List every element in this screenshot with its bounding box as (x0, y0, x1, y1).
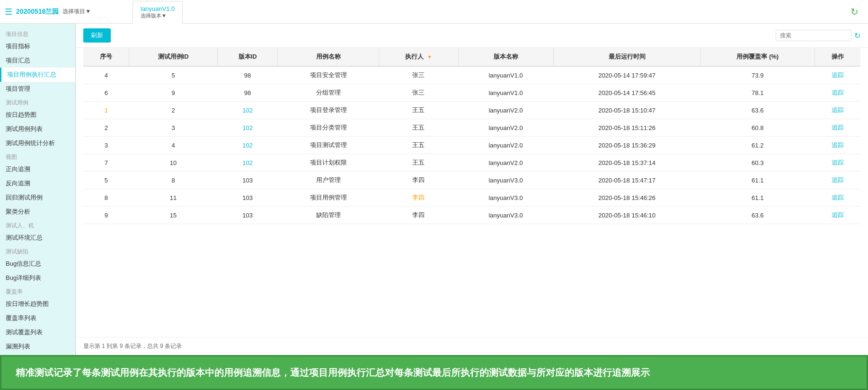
sidebar-section-title-test-case: 测试用例 (0, 96, 75, 108)
sort-executor-icon[interactable]: ▼ (427, 54, 432, 60)
cell-case-id: 11 (129, 189, 218, 207)
select-project-button[interactable]: 选择项目▼ (62, 8, 91, 16)
cell-executor: 王五 (379, 119, 458, 137)
cell-version-id: 103 (217, 207, 277, 224)
cell-coverage: 61.2 (700, 137, 815, 154)
sidebar-item-case-stats[interactable]: 测试用例统计分析 (0, 136, 75, 150)
table-header-row: 序号 测试用例ID 版本ID 用例名称 执行人 ▼ 版本名称 最后运行时间 用例… (83, 48, 860, 66)
top-bar: ☰ 20200518兰园 选择项目▼ lanyuanV1.0 选择版本▼ ↻ (0, 0, 868, 24)
col-case-id: 测试用例ID (129, 48, 218, 66)
sidebar-item-case-trend[interactable]: 按日趋势图 (0, 108, 75, 122)
content-toolbar: 刷新 ↻ (76, 24, 868, 48)
cell-executor: 王五 (379, 154, 458, 172)
cell-last-run-time: 2020-05-18 15:47:17 (553, 172, 700, 189)
cell-version-name: lanyuanV1.0 (458, 84, 553, 102)
cell-seq: 6 (83, 84, 129, 102)
sidebar-item-forward-trace[interactable]: 正向追溯 (0, 162, 75, 176)
table-row: 7 10 102 项目计划权限 王五 lanyuanV2.0 2020-05-1… (83, 154, 860, 172)
hamburger-icon[interactable]: ☰ (5, 7, 12, 17)
cell-action[interactable]: 追踪 (815, 119, 860, 137)
cell-executor: 李四 (379, 207, 458, 224)
sidebar-item-case-list[interactable]: 测试用例列表 (0, 122, 75, 136)
cell-action[interactable]: 追踪 (815, 172, 860, 189)
sidebar-item-project-index[interactable]: 项目指标 (0, 39, 75, 53)
tab-version-select[interactable]: 选择版本▼ (141, 12, 175, 19)
top-bar-right: ↻ (850, 6, 863, 17)
cell-version-name: lanyuanV1.0 (458, 66, 553, 84)
cell-coverage: 60.3 (700, 154, 815, 172)
cell-case-id: 4 (129, 137, 218, 154)
sidebar-item-coverage-trend[interactable]: 按日增长趋势图 (0, 297, 75, 311)
sidebar: 项目信息 项目指标 项目汇总 项目用例执行汇总 项目管理 测试用例 按日趋势图 … (0, 24, 76, 355)
cell-last-run-time: 2020-05-18 15:36:29 (553, 137, 700, 154)
tab-lanyuan[interactable]: lanyuanV1.0 选择版本▼ (133, 1, 183, 24)
cell-coverage: 63.6 (700, 207, 815, 224)
bottom-banner-text: 精准测试记录了每条测试用例在其执行的版本中的用例追溯信息，通过项目用例执行汇总对… (16, 365, 852, 380)
cell-seq: 5 (83, 172, 129, 189)
sidebar-item-test-coverage-list[interactable]: 测试覆盖列表 (0, 325, 75, 339)
search-input[interactable] (776, 30, 851, 41)
cell-last-run-time: 2020-05-18 15:37:14 (553, 154, 700, 172)
sidebar-item-backward-trace[interactable]: 反向追溯 (0, 176, 75, 191)
sidebar-item-bug-detail[interactable]: Bug详细列表 (0, 271, 75, 285)
top-refresh-icon[interactable]: ↻ (850, 7, 859, 17)
sidebar-item-project-case-exec-summary[interactable]: 项目用例执行汇总 (0, 68, 75, 82)
cell-action[interactable]: 追踪 (815, 189, 860, 207)
table-body: 4 5 98 项目安全管理 张三 lanyuanV1.0 2020-05-14 … (83, 66, 860, 224)
cell-version-id: 102 (217, 137, 277, 154)
cell-action[interactable]: 追踪 (815, 102, 860, 119)
cell-executor: 张三 (379, 66, 458, 84)
col-executor[interactable]: 执行人 ▼ (379, 48, 458, 66)
pagination-text: 显示第 1 到第 9 条记录，总共 9 条记录 (83, 343, 182, 349)
cell-case-name: 项目登录管理 (278, 102, 379, 119)
search-area: ↻ (776, 30, 860, 41)
cell-last-run-time: 2020-05-18 15:11:26 (553, 119, 700, 137)
top-bar-tabs: lanyuanV1.0 选择版本▼ (133, 0, 850, 23)
cell-version-id: 103 (217, 189, 277, 207)
search-refresh-icon[interactable]: ↻ (854, 31, 860, 40)
sidebar-item-leakage-list[interactable]: 漏溯列表 (0, 339, 75, 354)
cell-version-id: 102 (217, 119, 277, 137)
pagination-bar: 显示第 1 到第 9 条记录，总共 9 条记录 (76, 337, 868, 355)
cell-seq: 4 (83, 66, 129, 84)
cell-coverage: 73.9 (700, 66, 815, 84)
col-case-name: 用例名称 (278, 48, 379, 66)
cell-case-name: 项目计划权限 (278, 154, 379, 172)
cell-version-name: lanyuanV2.0 (458, 154, 553, 172)
cell-action[interactable]: 追踪 (815, 207, 860, 224)
cell-version-name: lanyuanV3.0 (458, 189, 553, 207)
sidebar-section-project-info: 项目信息 项目指标 项目汇总 项目用例执行汇总 项目管理 (0, 27, 75, 96)
cell-executor: 张三 (379, 84, 458, 102)
sidebar-item-regression-case[interactable]: 回归测试用例 (0, 191, 75, 205)
col-action: 操作 (815, 48, 860, 66)
sidebar-item-project-mgmt[interactable]: 项目管理 (0, 82, 75, 96)
cell-action[interactable]: 追踪 (815, 137, 860, 154)
sidebar-section-title-views: 视图 (0, 150, 75, 162)
table-row: 4 5 98 项目安全管理 张三 lanyuanV1.0 2020-05-14 … (83, 66, 860, 84)
sidebar-section-title-people-machine: 测试人、机 (0, 219, 75, 231)
cell-action[interactable]: 追踪 (815, 66, 860, 84)
cell-version-name: lanyuanV2.0 (458, 119, 553, 137)
col-version-name: 版本名称 (458, 48, 553, 66)
cell-case-name: 项目分类管理 (278, 119, 379, 137)
sidebar-item-project-summary[interactable]: 项目汇总 (0, 53, 75, 68)
cell-last-run-time: 2020-05-18 15:46:10 (553, 207, 700, 224)
cell-action[interactable]: 追踪 (815, 154, 860, 172)
sidebar-item-bug-summary[interactable]: Bug信息汇总 (0, 257, 75, 271)
tab-title: lanyuanV1.0 (141, 5, 175, 12)
sidebar-item-test-env-summary[interactable]: 测试环境汇总 (0, 231, 75, 245)
sidebar-section-bugs: 测试缺陷 Bug信息汇总 Bug详细列表 (0, 245, 75, 285)
cell-seq: 8 (83, 189, 129, 207)
sidebar-item-cluster-analysis[interactable]: 聚类分析 (0, 205, 75, 219)
refresh-button[interactable]: 刷新 (83, 28, 111, 43)
cell-case-id: 8 (129, 172, 218, 189)
cell-last-run-time: 2020-05-14 17:56:45 (553, 84, 700, 102)
cell-version-id: 98 (217, 66, 277, 84)
cell-coverage: 78.1 (700, 84, 815, 102)
cell-version-name: lanyuanV2.0 (458, 102, 553, 119)
cell-version-name: lanyuanV3.0 (458, 172, 553, 189)
cell-version-id: 98 (217, 84, 277, 102)
cell-action[interactable]: 追踪 (815, 84, 860, 102)
sidebar-item-coverage-rate-list[interactable]: 覆盖率列表 (0, 311, 75, 325)
content-area: 刷新 ↻ 序号 测试用例ID 版本ID 用例名称 执行人 ▼ (76, 24, 868, 355)
